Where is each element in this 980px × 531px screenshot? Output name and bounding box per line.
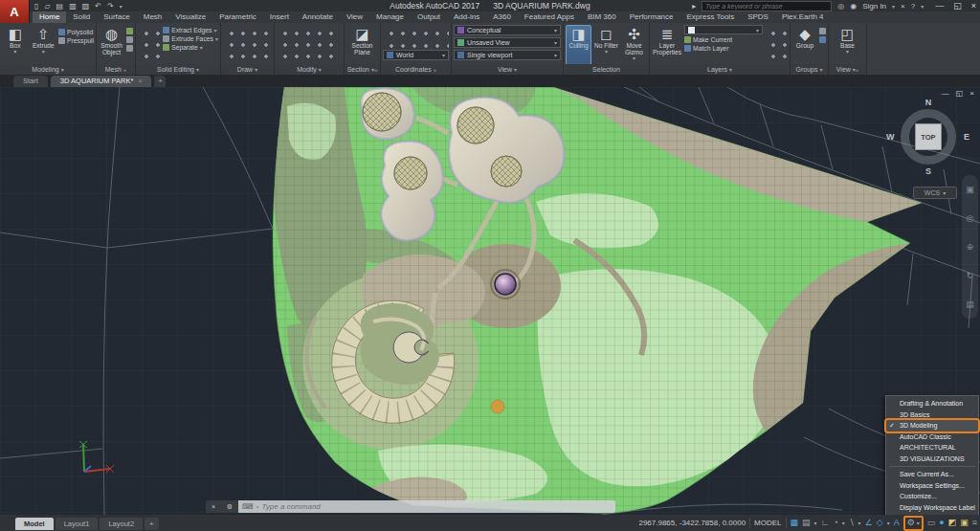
match-layer-button[interactable]: Match Layer bbox=[684, 45, 763, 52]
full-nav-wheel-icon[interactable]: ▣ bbox=[966, 185, 974, 194]
help-icon[interactable]: ? bbox=[911, 2, 915, 11]
tab-manage[interactable]: Manage bbox=[369, 11, 411, 23]
viewcube-north[interactable]: N bbox=[892, 98, 965, 107]
mesh-tool-icon[interactable] bbox=[126, 36, 133, 43]
orange-marker[interactable] bbox=[491, 400, 504, 413]
help-dropdown-icon[interactable]: ▾ bbox=[921, 3, 924, 10]
mesh-tool-icon[interactable] bbox=[126, 28, 133, 34]
group-button[interactable]: ◆Group bbox=[792, 25, 817, 65]
tab-parametric[interactable]: Parametric bbox=[212, 11, 263, 23]
annotation-monitor-icon[interactable]: ▭ bbox=[927, 515, 936, 531]
tab-insert[interactable]: Insert bbox=[263, 11, 296, 23]
panel-label-solid-editing[interactable]: Solid Editing ▾ bbox=[136, 64, 220, 75]
chevron-down-icon[interactable]: ▾ bbox=[814, 520, 817, 526]
panel-label-view2[interactable]: View ▾» bbox=[829, 64, 866, 75]
customize-icon[interactable]: ≡ bbox=[972, 515, 977, 531]
panel-label-coordinates[interactable]: Coordinates » bbox=[381, 64, 451, 75]
panel-label-layers[interactable]: Layers ▾ bbox=[650, 64, 790, 75]
tab-performance[interactable]: Performance bbox=[623, 11, 680, 23]
pan-icon[interactable]: ◎ bbox=[967, 213, 974, 223]
viewcube-west[interactable]: W bbox=[886, 132, 895, 142]
panel-label-mesh[interactable]: Mesh » bbox=[97, 64, 135, 75]
chevron-down-icon[interactable]: ▾ bbox=[842, 520, 845, 526]
menu-item-save-current-as[interactable]: Save Current As... bbox=[886, 469, 978, 480]
viewport-config-dropdown[interactable]: Single viewport▾ bbox=[454, 50, 561, 60]
layer-tools-grid[interactable] bbox=[765, 25, 788, 59]
tab-output[interactable]: Output bbox=[411, 11, 447, 23]
viewport-minimize-icon[interactable]: — bbox=[942, 89, 949, 98]
navigation-bar[interactable]: ▣ ◎ ⊕ ↻ ▤ bbox=[962, 175, 978, 319]
orbit-icon[interactable]: ↻ bbox=[967, 271, 974, 280]
layout-tab-layout1[interactable]: Layout1 bbox=[56, 518, 99, 530]
tab-visualize[interactable]: Visualize bbox=[168, 11, 212, 23]
menu-item-3d-basics[interactable]: 3D Basics bbox=[886, 409, 978, 421]
presspull-button[interactable]: Presspull bbox=[58, 37, 94, 44]
separate-button[interactable]: Separate▾ bbox=[163, 44, 218, 51]
file-tab-start[interactable]: Start bbox=[13, 76, 48, 87]
command-customize-icon[interactable]: ⚙ bbox=[227, 503, 233, 511]
smooth-object-button[interactable]: ◍Smooth Object bbox=[99, 25, 124, 65]
command-close-icon[interactable]: × bbox=[212, 503, 215, 510]
search-input[interactable] bbox=[702, 1, 832, 11]
ucs-dropdown[interactable]: World▾ bbox=[383, 50, 449, 60]
no-filter-button[interactable]: ◻No Filter▾ bbox=[593, 25, 619, 65]
named-view-dropdown[interactable]: Unsaved View▾ bbox=[454, 37, 561, 48]
make-current-button[interactable]: Make Current bbox=[684, 36, 763, 43]
chevron-down-icon[interactable]: ▾ bbox=[858, 520, 861, 526]
layout-tab-model[interactable]: Model bbox=[15, 518, 54, 530]
tab-addins[interactable]: Add-ins bbox=[447, 11, 486, 23]
menu-item-autocad-classic[interactable]: AutoCAD Classic bbox=[886, 431, 978, 443]
mesh-tool-icon[interactable] bbox=[126, 45, 133, 52]
snap-mode-icon[interactable]: ▦ bbox=[791, 515, 799, 531]
annotation-scale-icon[interactable]: A bbox=[894, 515, 900, 531]
tab-bim360[interactable]: BIM 360 bbox=[581, 11, 623, 23]
object-snap-icon[interactable]: ∠ bbox=[865, 515, 873, 531]
model-space-toggle[interactable]: MODEL bbox=[754, 519, 781, 527]
tab-a360[interactable]: A360 bbox=[486, 11, 518, 23]
viewcube-south[interactable]: S bbox=[892, 166, 965, 176]
extract-edges-button[interactable]: Extract Edges▾ bbox=[163, 27, 218, 33]
panel-label-modify[interactable]: Modify ▾ bbox=[275, 64, 344, 75]
box-button[interactable]: ◧Box▾ bbox=[2, 25, 29, 65]
base-button[interactable]: ◰Base▾ bbox=[833, 25, 863, 65]
tab-surface[interactable]: Surface bbox=[97, 11, 137, 23]
sign-in-dropdown-icon[interactable]: ▾ bbox=[892, 3, 895, 10]
drawing-area[interactable]: — ◱ × TOP N S W E WCS▾ ▣ ◎ ⊕ ↻ ▤ × ⚙ bbox=[0, 87, 980, 515]
grid-display-icon[interactable]: ▤ bbox=[802, 515, 811, 531]
modify-tools-grid[interactable] bbox=[277, 25, 341, 59]
group-tool-icon[interactable] bbox=[819, 36, 826, 43]
application-menu-button[interactable]: A bbox=[0, 0, 30, 23]
menu-item-workspace-settings[interactable]: Workspace Settings... bbox=[886, 480, 978, 492]
panel-label-draw[interactable]: Draw ▾ bbox=[221, 64, 274, 75]
wcs-dropdown[interactable]: WCS▾ bbox=[913, 187, 957, 199]
visual-style-dropdown[interactable]: Conceptual▾ bbox=[454, 25, 561, 35]
chevron-down-icon[interactable]: ▾ bbox=[887, 520, 890, 526]
search-icon[interactable]: ◎ bbox=[837, 2, 844, 11]
viewport-close-icon[interactable]: × bbox=[969, 89, 974, 98]
group-tool-icon[interactable] bbox=[819, 28, 826, 34]
move-gizmo-button[interactable]: ✣Move Gizmo▾ bbox=[621, 25, 647, 65]
layer-dropdown[interactable]: ▾ bbox=[684, 25, 763, 34]
showmotion-icon[interactable]: ▤ bbox=[966, 299, 974, 309]
ucs-tools-row[interactable] bbox=[383, 25, 449, 35]
tab-featured-apps[interactable]: Featured Apps bbox=[518, 11, 581, 23]
panel-label-groups[interactable]: Groups ▾ bbox=[791, 64, 828, 75]
close-button[interactable]: × bbox=[971, 1, 976, 11]
tab-annotate[interactable]: Annotate bbox=[296, 11, 340, 23]
menu-item-3d-modeling[interactable]: ✓3D Modeling bbox=[886, 420, 978, 431]
extrude-button[interactable]: ⇧Extrude▾ bbox=[31, 25, 57, 65]
section-plane-button[interactable]: ◪Section Plane bbox=[346, 25, 378, 65]
close-icon[interactable]: × bbox=[138, 76, 142, 87]
panel-label-view[interactable]: View ▾ bbox=[452, 64, 563, 75]
panel-label-selection[interactable]: Selection bbox=[564, 64, 649, 75]
ucs-tools-row2[interactable] bbox=[383, 37, 449, 48]
workspace-gear-icon[interactable]: ⚙ bbox=[907, 515, 915, 531]
drawing-viewport[interactable] bbox=[0, 87, 980, 515]
ortho-mode-icon[interactable]: ∟ bbox=[821, 515, 830, 531]
polar-tracking-icon[interactable]: ◔ bbox=[833, 515, 837, 531]
isodraft-icon[interactable]: ∖ bbox=[849, 515, 855, 531]
viewcube-east[interactable]: E bbox=[964, 132, 969, 142]
tab-express-tools[interactable]: Express Tools bbox=[679, 11, 741, 23]
sign-in-button[interactable]: Sign In bbox=[862, 2, 886, 11]
tab-mesh[interactable]: Mesh bbox=[137, 11, 169, 23]
